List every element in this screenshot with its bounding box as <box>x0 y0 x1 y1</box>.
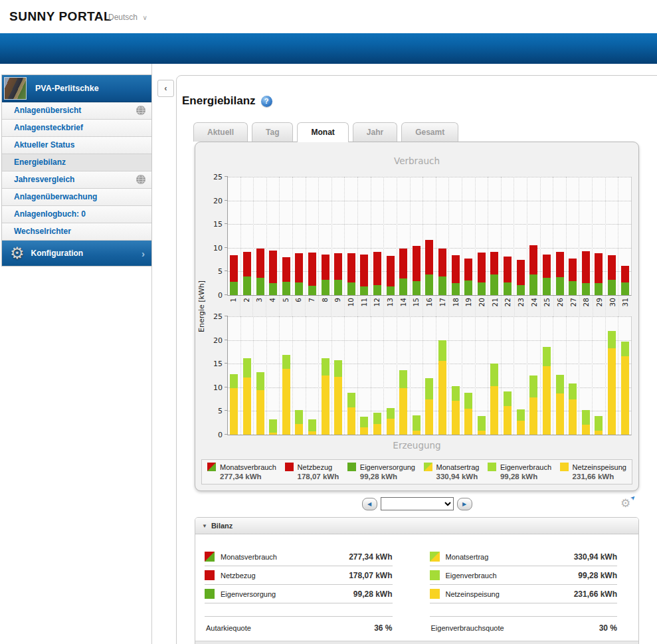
stacked-bar-day-24 <box>529 376 537 435</box>
bilanz-row-eigenversorgung: Eigenversorgung99,28 kWh <box>205 585 393 603</box>
sidebar-item-jahresvergleich[interactable]: Jahresvergleich <box>2 171 151 189</box>
sidebar-item-anlagensteckbrief[interactable]: Anlagensteckbrief <box>2 120 151 137</box>
stacked-bar-day-19 <box>464 393 472 435</box>
bilanz-footer <box>195 641 638 644</box>
bar-segment-netzbezug <box>308 253 316 286</box>
x-tick-cell: 29 <box>593 296 607 316</box>
bilanz-quote-autarkiequote: Autarkiequote36 % <box>205 616 393 633</box>
x-tick-cell: 19 <box>462 296 476 316</box>
x-tick-label: 26 <box>557 298 564 306</box>
tab-aktuell[interactable]: Aktuell <box>193 122 248 142</box>
tab-monat[interactable]: Monat <box>297 122 348 142</box>
x-tick-cell: 9 <box>331 296 345 316</box>
bar-segment-eigenversorgung <box>608 280 616 295</box>
day-column <box>267 177 280 295</box>
stacked-bar-day-17 <box>438 340 446 435</box>
x-tick-label: 14 <box>400 298 407 306</box>
tab-tag[interactable]: Tag <box>252 122 293 142</box>
bar-segment-eigenversorgung <box>282 282 290 295</box>
bar-segment-netzeinspeisung <box>517 421 525 435</box>
x-tick-label: 21 <box>492 298 499 306</box>
page-title: Energiebilanz <box>182 94 256 108</box>
stacked-bar-day-27 <box>569 383 577 435</box>
sidebar-item-anlagen-berwachung[interactable]: Anlagenüberwachung <box>2 189 151 206</box>
stacked-bar-day-8 <box>322 255 329 295</box>
stacked-bar-day-16 <box>425 240 433 295</box>
y-tick-label: 25 <box>201 173 223 181</box>
bar-segment-netzbezug <box>269 251 277 283</box>
x-tick-label: 2 <box>243 298 250 302</box>
period-navigation: ◀ ▶ <box>195 497 639 510</box>
day-column <box>462 316 476 435</box>
x-tick-cell: 18 <box>449 296 462 316</box>
x-tick-label: 31 <box>622 298 629 306</box>
sidebar-item-wechselrichter[interactable]: Wechselrichter <box>2 223 151 241</box>
bar-segment-eigenverbrauch <box>269 419 277 433</box>
bar-segment-eigenversorgung <box>347 282 355 295</box>
bar-segment-eigenversorgung <box>517 285 525 295</box>
content-panel: Energiebilanz ? AktuellTagMonatJahrGesam… <box>176 75 657 644</box>
tab-gesamt[interactable]: Gesamt <box>401 122 458 142</box>
bar-segment-eigenverbrauch <box>399 370 407 387</box>
sidebar-item-konfiguration[interactable]: ⚙ Konfiguration › <box>2 241 151 266</box>
bilanz-row-eigenverbrauch: Eigenverbrauch99,28 kWh <box>430 566 618 585</box>
stacked-bar-day-14 <box>399 249 407 295</box>
day-column <box>306 177 320 295</box>
legend-value: 99,28 kWh <box>360 473 415 481</box>
bar-segment-netzeinspeisung <box>230 388 238 435</box>
y-tick-label: 10 <box>201 383 223 392</box>
day-column <box>541 316 554 435</box>
plant-header[interactable]: PVA-Perlitschke <box>2 75 151 102</box>
bilanz-swatch <box>430 570 440 580</box>
x-tick-label: 28 <box>583 298 590 306</box>
sidebar: PVA-Perlitschke AnlagenübersichtAnlagens… <box>1 74 152 267</box>
stacked-bar-day-8 <box>322 358 329 435</box>
verbrauch-plot: 0510152025 <box>227 177 632 296</box>
day-column <box>567 177 580 295</box>
bilanz-row-name: Eigenversorgung <box>221 590 276 598</box>
day-column <box>593 177 606 295</box>
period-select[interactable] <box>381 497 454 510</box>
tab-jahr[interactable]: Jahr <box>353 122 397 142</box>
x-tick-label: 9 <box>334 298 341 302</box>
bar-segment-netzbezug <box>438 249 446 276</box>
stacked-bar-day-11 <box>360 417 368 435</box>
bar-segment-eigenversorgung <box>490 274 498 295</box>
next-period-button[interactable]: ▶ <box>457 498 472 510</box>
bar-segment-netzbezug <box>295 253 303 282</box>
day-column <box>436 177 450 295</box>
stacked-bar-day-25 <box>543 347 551 435</box>
bar-segment-eigenverbrauch <box>256 372 264 390</box>
bar-segment-eigenversorgung <box>387 286 395 295</box>
bar-segment-eigenverbrauch <box>452 386 460 400</box>
bar-segment-eigenversorgung <box>464 280 472 295</box>
x-tick-cell: 12 <box>371 296 384 316</box>
day-column <box>618 316 631 435</box>
bar-segment-netzbezug <box>608 255 616 280</box>
x-tick-cell: 6 <box>292 296 306 316</box>
language-selector[interactable]: Deutsch ∨ <box>108 13 147 22</box>
y-tick-label: 20 <box>201 197 223 205</box>
bar-segment-netzbezug <box>387 256 395 286</box>
sidebar-item-aktueller-status[interactable]: Aktueller Status <box>2 137 151 154</box>
sidebar-item-anlagen-bersicht[interactable]: Anlagenübersicht <box>2 102 151 120</box>
stacked-bar-day-20 <box>478 253 486 295</box>
y-axis-label: Energie [kWh] <box>197 177 206 435</box>
sidebar-collapse-button[interactable]: ‹ <box>157 80 174 97</box>
stacked-bar-day-12 <box>373 413 381 435</box>
stacked-bar-day-5 <box>282 355 290 435</box>
help-icon[interactable]: ? <box>261 96 272 107</box>
previous-period-button[interactable]: ◀ <box>362 498 377 510</box>
day-column <box>280 316 293 435</box>
bar-segment-eigenversorgung <box>621 282 629 295</box>
bilanz-header[interactable]: ▼Bilanz <box>195 518 638 534</box>
chart-settings-button[interactable]: ⚙ ➤ <box>620 497 634 510</box>
sidebar-item-energiebilanz[interactable]: Energiebilanz <box>2 154 151 171</box>
bar-segment-eigenversorgung <box>322 280 329 295</box>
bilanz-quote-eigenverbrauchsquote: Eigenverbrauchsquote30 % <box>430 616 618 633</box>
stacked-bar-day-13 <box>387 408 395 435</box>
x-tick-cell: 8 <box>319 296 332 316</box>
day-column <box>527 177 541 295</box>
sidebar-item-anlagenlogbuch-0[interactable]: Anlagenlogbuch: 0 <box>2 206 151 223</box>
day-column <box>319 177 332 295</box>
